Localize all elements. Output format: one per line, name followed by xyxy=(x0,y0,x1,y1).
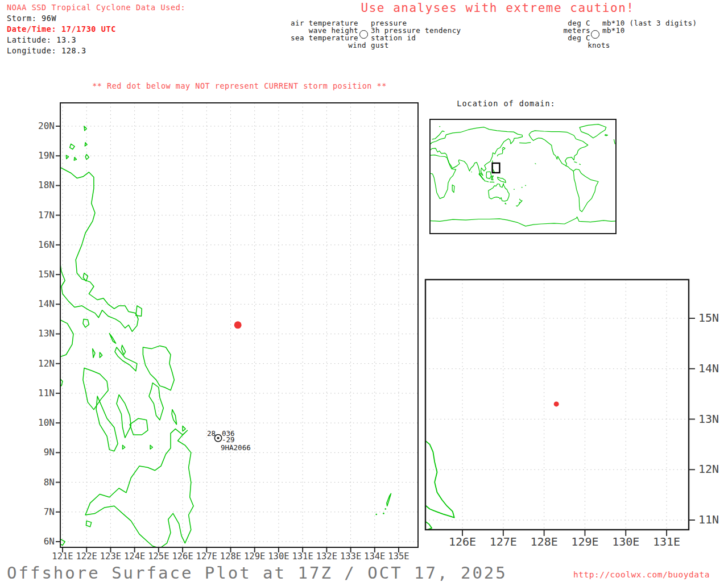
storm-longitude-line: Longitude: 128.3 xyxy=(7,46,86,55)
plot-title: Offshore Surface Plot at 17Z / OCT 17, 2… xyxy=(7,563,507,582)
station-circle-icon xyxy=(359,30,368,39)
storm-id-line: Storm: 96W xyxy=(7,14,56,23)
main-map-lat-label: 12N xyxy=(23,358,55,369)
world-locator-map xyxy=(429,119,617,234)
main-map-lat-label: 19N xyxy=(23,150,55,161)
main-map-lat-label: 17N xyxy=(23,210,55,221)
inset-map-lon-label: 128E xyxy=(524,535,564,548)
inset-map-lon-label: 126E xyxy=(442,535,482,548)
inset-map-lon-label: 127E xyxy=(483,535,523,548)
main-map-lat-label: 8N xyxy=(23,477,55,488)
inset-map-frame xyxy=(425,280,689,530)
inset-map-lat-label: 11N xyxy=(698,513,719,526)
domain-rectangle xyxy=(493,163,500,173)
station-tendency: -29 xyxy=(222,435,235,444)
world-map-frame xyxy=(430,119,616,234)
main-map-lat-label: 9N xyxy=(23,447,55,458)
storm-position-warning: ** Red dot below may NOT represent CURRE… xyxy=(69,81,410,90)
main-map-lat-label: 20N xyxy=(23,120,55,131)
main-map-lat-label: 14N xyxy=(23,298,55,309)
buoy-surface-plot-page: { "header": { "noaa_title": "NOAA SSD Tr… xyxy=(0,0,728,582)
main-map-lat-label: 16N xyxy=(23,239,55,250)
inset-storm-dot xyxy=(554,401,559,406)
inset-map-lat-label: 15N xyxy=(698,311,719,325)
station-id-label: 9HA2066 xyxy=(221,443,251,452)
storm-datetime-line: Date/Time: 17/1730 UTC xyxy=(7,24,116,34)
inset-map-lon-label: 129E xyxy=(565,535,605,548)
inset-map-lat-label: 12N xyxy=(698,462,719,476)
legend-unit-sea: deg C xyxy=(488,34,590,41)
main-map-lat-label: 7N xyxy=(23,506,55,517)
station-circle-units-icon xyxy=(591,30,599,39)
main-map-lat-label: 18N xyxy=(23,180,55,190)
storm-latitude-line: Latitude: 13.3 xyxy=(7,35,76,44)
main-map-lon-label: 135E xyxy=(384,551,413,562)
main-map xyxy=(11,94,421,577)
station-air-temp: 28 xyxy=(193,429,216,438)
noaa-data-title: NOAA SSD Tropical Cyclone Data Used: xyxy=(7,3,185,12)
main-map-lat-label: 13N xyxy=(23,328,55,339)
main-map-lat-label: 6N xyxy=(23,536,55,547)
inset-zoom-map xyxy=(421,275,728,559)
inset-map-lon-label: 130E xyxy=(606,535,646,548)
station-plot-symbol xyxy=(214,435,221,442)
main-map-lat-label: 15N xyxy=(23,269,55,280)
main-map-lat-label: 10N xyxy=(23,417,55,428)
inset-map-lon-label: 131E xyxy=(647,535,686,548)
storm-dot xyxy=(234,321,242,329)
main-map-frame xyxy=(60,103,418,547)
inset-map-lat-label: 13N xyxy=(698,412,719,426)
legend-unit-wind: knots xyxy=(565,41,633,49)
legend-wind-gust: wind gust xyxy=(334,41,403,49)
caution-banner: Use analyses with extreme caution! xyxy=(338,1,657,15)
source-url: http://coolwx.com/buoydata xyxy=(573,570,710,579)
main-map-lat-label: 11N xyxy=(23,388,55,398)
inset-map-lat-label: 14N xyxy=(698,361,719,375)
legend-sea-temperature: sea temperature xyxy=(245,34,358,41)
legend-unit-tendency: mb*10 xyxy=(602,27,625,34)
domain-map-title: Location of domain: xyxy=(435,99,577,108)
